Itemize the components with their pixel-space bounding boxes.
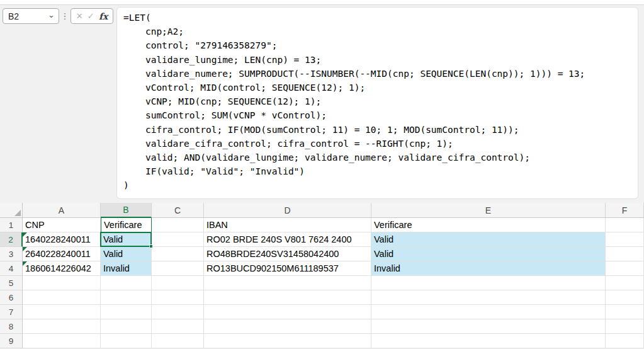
cell-C5[interactable] [152,276,204,290]
cell-D1[interactable]: IBAN [204,218,371,232]
cell-C1[interactable] [152,218,204,232]
row-header-9[interactable]: 9 [0,334,23,348]
cell-A4[interactable]: 1860614226042 [23,261,101,276]
cell-B9[interactable] [101,334,152,348]
row-header-1[interactable]: 1 [0,218,23,232]
grid-row-3: 32640228240011ValidRO48BRDE240SV31458042… [0,247,644,261]
cell-D9[interactable] [204,334,371,348]
formula-text: =LET( cnp;A2; control; "279146358279"; v… [117,8,638,196]
column-header-D[interactable]: D [204,203,371,218]
grid-row-1: 1CNPVerificareIBANVerificare [0,218,644,232]
cell-A6[interactable] [23,290,101,305]
ribbon-bottom-edge [0,0,644,5]
row-header-3[interactable]: 3 [0,247,23,261]
cell-E5[interactable] [371,276,606,290]
select-all-button[interactable] [0,203,23,218]
cell-E4[interactable]: Invalid [371,261,606,276]
cell-C8[interactable] [152,319,204,334]
row-header-4[interactable]: 4 [0,261,23,276]
cancel-icon[interactable]: ✕ [76,12,83,20]
active-cell-border [100,232,152,247]
cell-F2[interactable] [606,232,644,247]
grid-row-5: 5 [0,276,644,290]
column-header-B[interactable]: B [101,203,152,218]
column-headers-row: ABCDEF [0,203,644,218]
cell-F6[interactable] [606,290,644,305]
cell-F4[interactable] [606,261,644,276]
row-header-2[interactable]: 2 [0,232,23,247]
name-box[interactable]: B2 ⌄ [3,8,59,24]
column-header-E[interactable]: E [371,203,606,218]
cell-D5[interactable] [204,276,371,290]
cell-E7[interactable] [371,305,606,319]
cell-E2[interactable]: Valid [371,232,606,247]
grid-row-4: 41860614226042InvalidRO13BUCD902150M6111… [0,261,644,276]
cell-F9[interactable] [606,334,644,348]
cell-D2[interactable]: RO02 BRDE 240S V801 7624 2400 [204,232,371,247]
cell-B6[interactable] [101,290,152,305]
column-header-A[interactable]: A [23,203,101,218]
row-header-6[interactable]: 6 [0,290,23,305]
cell-B8[interactable] [101,319,152,334]
cell-C9[interactable] [152,334,204,348]
grid-row-9: 9 [0,334,644,348]
row-header-8[interactable]: 8 [0,319,23,334]
cell-B1[interactable]: Verificare [101,218,152,232]
cell-E1[interactable]: Verificare [371,218,606,232]
row-header-7[interactable]: 7 [0,305,23,319]
cell-A1[interactable]: CNP [23,218,101,232]
select-all-triangle-icon [14,210,21,216]
formula-input[interactable]: =LET( cnp;A2; control; "279146358279"; v… [116,7,638,199]
cell-A5[interactable] [23,276,101,290]
cell-F5[interactable] [606,276,644,290]
column-header-F[interactable]: F [606,203,644,218]
cell-E3[interactable]: Valid [371,247,606,261]
error-indicator-icon [23,261,27,266]
cell-D3[interactable]: RO48BRDE240SV31458042400 [204,247,371,261]
cell-C6[interactable] [152,290,204,305]
error-indicator-icon [23,232,27,237]
cell-A9[interactable] [23,334,101,348]
cell-A3[interactable]: 2640228240011 [23,247,101,261]
column-header-C[interactable]: C [152,203,204,218]
cell-E9[interactable] [371,334,606,348]
cell-D7[interactable] [204,305,371,319]
cell-A8[interactable] [23,319,101,334]
cell-A7[interactable] [23,305,101,319]
cell-D4[interactable]: RO13BUCD902150M611189537 [204,261,371,276]
cell-F1[interactable] [606,218,644,232]
grid-row-8: 8 [0,319,644,334]
cell-F8[interactable] [606,319,644,334]
spreadsheet: ABCDEF 1CNPVerificareIBANVerificare21640… [0,203,644,348]
insert-function-icon[interactable]: fx [99,12,108,21]
cell-F3[interactable] [606,247,644,261]
chevron-down-icon[interactable]: ⌄ [48,12,55,18]
cell-C2[interactable] [152,232,204,247]
cell-B4[interactable]: Invalid [101,261,152,276]
cell-F7[interactable] [606,305,644,319]
cell-B5[interactable] [101,276,152,290]
cell-A2[interactable]: 1640228240011 [23,232,101,247]
cell-C3[interactable] [152,247,204,261]
cell-C7[interactable] [152,305,204,319]
row-header-5[interactable]: 5 [0,276,23,290]
cell-B2[interactable]: Valid [101,232,152,247]
formula-buttons-group: ✕ ✓ fx [71,8,113,24]
formula-bar-region: B2 ⌄ ⋮ ✕ ✓ fx =LET( cnp;A2; control; "27… [0,5,644,203]
error-indicator-icon [23,247,27,251]
grid-row-2: 21640228240011ValidRO02 BRDE 240S V801 7… [0,232,644,247]
enter-icon[interactable]: ✓ [88,12,94,20]
cell-D6[interactable] [204,290,371,305]
formula-bar-options-icon[interactable]: ⋮ [61,8,69,24]
grid-row-7: 7 [0,305,644,319]
cell-C4[interactable] [152,261,204,276]
cell-E8[interactable] [371,319,606,334]
cell-D8[interactable] [204,319,371,334]
cell-B3[interactable]: Valid [101,247,152,261]
grid-rows: 1CNPVerificareIBANVerificare216402282400… [0,218,644,348]
grid-row-6: 6 [0,290,644,305]
name-box-value: B2 [8,11,19,21]
cell-E6[interactable] [371,290,606,305]
cell-B7[interactable] [101,305,152,319]
